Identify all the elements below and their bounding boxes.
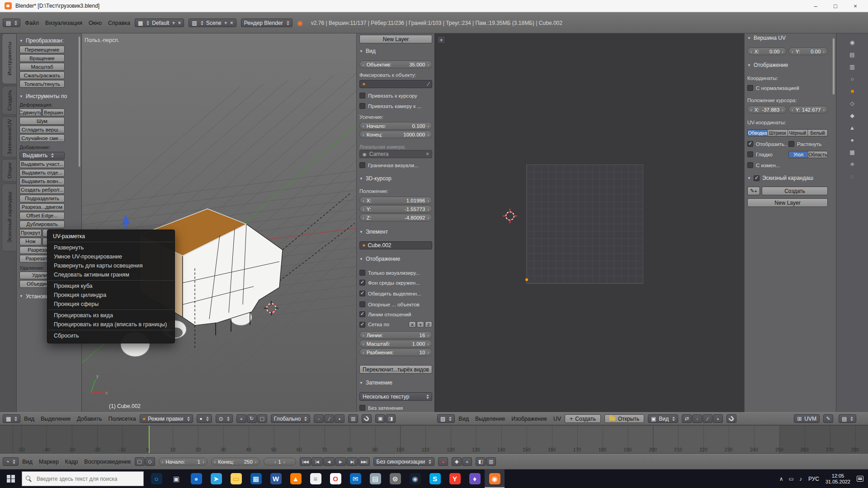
- shadeless-checkbox[interactable]: Без затенения: [359, 405, 432, 411]
- item-name-field[interactable]: ■ Cube.002: [359, 241, 432, 249]
- select-mode-toggle[interactable]: ▪: [335, 414, 344, 423]
- lock-cursor-checkbox[interactable]: Привязать к курсору: [359, 93, 432, 99]
- display-stretch-checkbox[interactable]: Отобразить...: [747, 141, 787, 147]
- shelf-button[interactable]: Вращение: [19, 54, 65, 62]
- timeline-menu-item[interactable]: Воспроизведение: [84, 459, 131, 465]
- shelf-button[interactable]: Выдавить вовн...: [19, 178, 65, 185]
- taskbar-app-cortana[interactable]: ○: [146, 469, 166, 488]
- manipulator-toggle[interactable]: ▢: [257, 414, 267, 423]
- snap-toggle[interactable]: [362, 414, 372, 423]
- search-input[interactable]: [36, 475, 135, 483]
- normalized-checkbox[interactable]: С нормализацией: [747, 85, 828, 91]
- taskbar-app-yandex[interactable]: Y: [445, 469, 465, 488]
- extrude-dropdown[interactable]: Выдавить: [19, 152, 65, 160]
- occlude-geometry-toggle[interactable]: ▥: [348, 414, 358, 423]
- mode-dropdown[interactable]: ■ Режим правки: [140, 414, 193, 423]
- uv-view-dropdown[interactable]: ▣ Вид: [648, 414, 678, 423]
- view3d-menu-item[interactable]: Вид: [24, 416, 34, 422]
- editor-type-button[interactable]: ◔: [3, 457, 19, 466]
- scene-add-button[interactable]: +: [224, 20, 227, 26]
- playback-button[interactable]: ▶|: [347, 457, 358, 466]
- context-menu-item[interactable]: Проекция цилиндра: [47, 291, 175, 300]
- panel-header-uv-display[interactable]: Отображение: [747, 62, 828, 68]
- shelf-button[interactable]: Нож: [19, 238, 42, 245]
- panel-header-grease-pencil[interactable]: Эскизный карандаш: [747, 175, 828, 181]
- shelf-button[interactable]: Сдвинуть: [19, 108, 42, 116]
- scene-close-button[interactable]: ×: [230, 20, 233, 26]
- uv-cursor-y-field[interactable]: Y:142.677: [788, 106, 828, 113]
- timeline-menu-item[interactable]: Кадр: [65, 459, 78, 465]
- render-engine-selector[interactable]: Рендер Blender: [241, 19, 292, 27]
- uv-new-layer-button[interactable]: New Layer: [747, 198, 828, 207]
- grid-axis-z-toggle[interactable]: Z: [425, 321, 432, 328]
- taskbar-app-calculator[interactable]: ▦: [246, 469, 266, 488]
- view3d-menu-item[interactable]: Добавить: [77, 416, 102, 422]
- shelf-button[interactable]: Выдавить участ...: [19, 160, 65, 168]
- modified-checkbox[interactable]: С измен...: [747, 162, 828, 168]
- properties-tab-modifiers[interactable]: ◆: [847, 111, 857, 120]
- shelf-tab-options[interactable]: Опции: [2, 159, 16, 182]
- cursor-z-field[interactable]: Z:-4.80092: [359, 214, 432, 221]
- keying-button[interactable]: ◆: [452, 457, 462, 466]
- tray-icon-volume[interactable]: ♪: [799, 476, 802, 482]
- properties-tab-constraints[interactable]: ◇: [847, 99, 857, 108]
- taskbar-app-settings[interactable]: ⊙: [385, 469, 405, 488]
- context-menu-item[interactable]: Развернуть для карты освещения: [47, 261, 175, 270]
- properties-tab-world[interactable]: ○: [847, 75, 857, 84]
- taskbar-app-folder-share[interactable]: ▤: [365, 469, 385, 488]
- context-menu-item[interactable]: Развернуть: [47, 243, 175, 252]
- timeline-toggle[interactable]: ▢: [135, 457, 145, 466]
- scene-selector[interactable]: ▧ Scene + ×: [189, 19, 236, 27]
- taskbar-app-discord[interactable]: ♦: [465, 469, 485, 488]
- shelf-button[interactable]: Выдавить отде...: [19, 169, 65, 177]
- current-frame-field[interactable]: 1: [264, 458, 296, 465]
- panel-header-display[interactable]: Отображение: [359, 256, 432, 262]
- cursor-y-field[interactable]: Y:-1.55773: [359, 205, 432, 213]
- context-menu-item[interactable]: Проецировать из вида (вписать в границы): [47, 320, 175, 329]
- uv-menu-item[interactable]: Вид: [458, 416, 469, 422]
- taskbar-app-notepad[interactable]: ≡: [306, 469, 326, 488]
- screen-layout-close-button[interactable]: ×: [178, 20, 181, 26]
- context-menu-item[interactable]: Сбросить: [47, 331, 175, 340]
- segmented-option[interactable]: Угол: [789, 151, 808, 158]
- taskbar-app-app-blue[interactable]: ●: [186, 469, 206, 488]
- grid-subdivisions-field[interactable]: Разбиения:10: [359, 348, 432, 356]
- grid-scale-field[interactable]: Масштаб:1.000: [359, 340, 432, 347]
- properties-tab-material[interactable]: ●: [847, 136, 857, 145]
- properties-tab-object-data[interactable]: ▲: [847, 123, 857, 132]
- image-open-button[interactable]: Открыть: [604, 414, 644, 423]
- eyedropper-icon[interactable]: ∕: [428, 81, 429, 87]
- context-menu-item[interactable]: Проецировать из вида: [47, 311, 175, 320]
- keying-button[interactable]: +: [462, 457, 472, 466]
- view3d-menu-item[interactable]: Выделение: [41, 416, 71, 422]
- render-only-checkbox[interactable]: Только визуализиру...: [359, 270, 432, 276]
- timeline-menu-item[interactable]: Маркер: [39, 459, 59, 465]
- timeline-ruler[interactable]: -50-40-30-20-100102030405060708090100110…: [0, 425, 868, 454]
- playback-button[interactable]: |◀◀: [300, 457, 311, 466]
- uv-pencil-button[interactable]: ✎: [823, 414, 833, 423]
- view3d-menu-item[interactable]: Полисетка: [108, 416, 136, 422]
- screen-layout-selector[interactable]: ▦ Default + ×: [135, 19, 184, 27]
- cursor-x-field[interactable]: X:1.01996: [359, 197, 432, 204]
- playback-button[interactable]: ▶: [335, 457, 346, 466]
- select-mode-toggle[interactable]: ∕: [324, 414, 334, 423]
- panel-header-mesh-tools[interactable]: Инструменты по: [19, 93, 81, 99]
- grid-axis-x-toggle[interactable]: X: [409, 321, 416, 328]
- info-menu-item[interactable]: Справка: [108, 20, 130, 26]
- smooth-checkbox[interactable]: Гладко: [747, 151, 786, 157]
- context-menu-item[interactable]: Проекция сферы: [47, 300, 175, 309]
- pivot-dropdown[interactable]: ⊙: [216, 414, 233, 423]
- tray-icon-display[interactable]: ▭: [789, 476, 794, 482]
- manipulator-toggle[interactable]: ↻: [247, 414, 257, 423]
- lock-camera-checkbox[interactable]: Привязать камеру к ...: [359, 103, 432, 109]
- segmented-option[interactable]: Белый: [808, 130, 827, 136]
- taskbar-app-skype[interactable]: S: [425, 469, 445, 488]
- tray-icon-chevron-up[interactable]: ∧: [779, 476, 783, 482]
- panel-header-item[interactable]: Элемент: [359, 229, 432, 235]
- segmented-option[interactable]: Чёрный: [788, 130, 808, 136]
- language-indicator[interactable]: РУС: [808, 476, 819, 482]
- grease-pencil-create-button[interactable]: Создать: [762, 187, 828, 195]
- taskbar-app-telegram[interactable]: ➤: [206, 469, 226, 488]
- panel-header-uv-vertex[interactable]: Вершина UV: [747, 35, 828, 41]
- grid-lines-field[interactable]: Линии:16: [359, 331, 432, 339]
